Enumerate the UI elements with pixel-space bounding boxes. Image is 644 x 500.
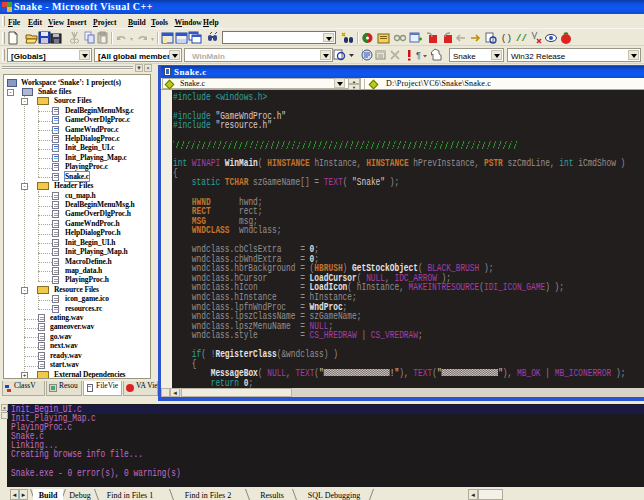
svg-text:(): () bbox=[501, 34, 512, 44]
svg-text://: // bbox=[516, 34, 527, 44]
svg-text:¶: ¶ bbox=[416, 50, 421, 60]
